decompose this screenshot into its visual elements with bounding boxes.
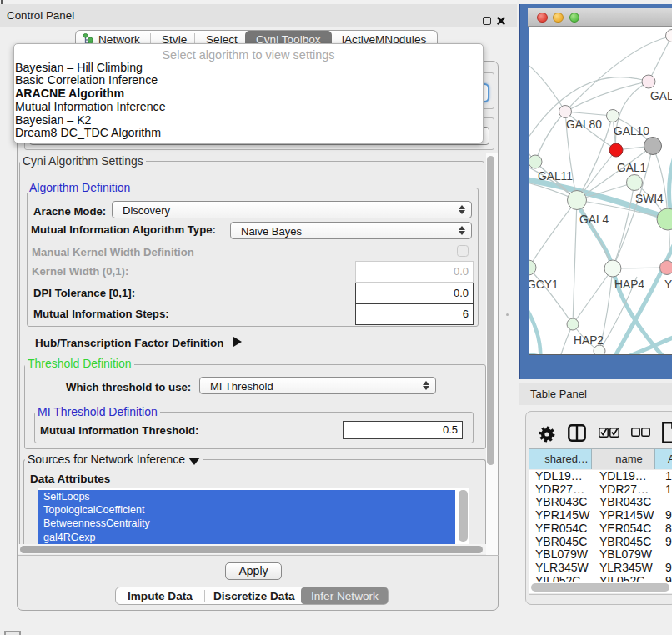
svg-text:GCY1: GCY1 xyxy=(529,278,559,291)
svg-text:GAL1: GAL1 xyxy=(617,162,646,174)
svg-text:SWI4: SWI4 xyxy=(635,192,664,205)
svg-text:GAL10: GAL10 xyxy=(614,125,649,138)
svg-text:HAP2: HAP2 xyxy=(574,334,604,347)
svg-text:Y: Y xyxy=(664,278,672,291)
svg-text:GAL11: GAL11 xyxy=(538,170,573,182)
svg-text:GAL7: GAL7 xyxy=(650,90,672,102)
svg-text:GAL80: GAL80 xyxy=(566,118,602,131)
svg-text:GAL4: GAL4 xyxy=(579,213,609,226)
svg-text:HAP4: HAP4 xyxy=(614,278,644,291)
